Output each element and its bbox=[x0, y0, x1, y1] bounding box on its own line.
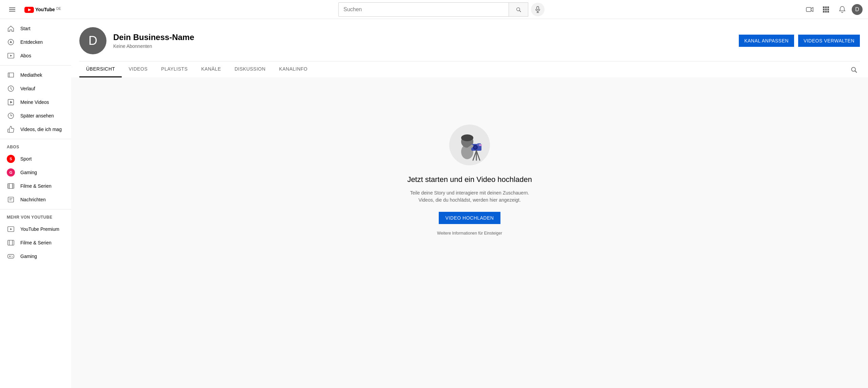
search-box bbox=[338, 2, 528, 17]
search-input[interactable] bbox=[339, 4, 509, 15]
svg-text:YouTube: YouTube bbox=[35, 7, 55, 12]
gaming-avatar: G bbox=[7, 168, 15, 177]
divider-2 bbox=[0, 139, 71, 139]
history-icon bbox=[7, 85, 15, 93]
notifications-button[interactable] bbox=[835, 3, 849, 16]
hamburger-icon bbox=[9, 7, 15, 12]
upload-video-button[interactable]: VIDEO HOCHLADEN bbox=[439, 212, 501, 224]
topnav-left: YouTube DE bbox=[5, 3, 80, 16]
sidebar-item-gaming-mehr[interactable]: Gaming bbox=[0, 250, 71, 263]
sidebar-item-meine-videos[interactable]: Meine Videos bbox=[0, 95, 71, 109]
sidebar-label-videos-die-ich-mag: Videos, die ich mag bbox=[20, 127, 62, 132]
svg-rect-20 bbox=[825, 11, 827, 13]
sidebar-label-abos: Abos bbox=[20, 53, 31, 58]
manage-videos-button[interactable]: VIDEOS VERWALTEN bbox=[798, 35, 860, 47]
svg-rect-0 bbox=[9, 7, 15, 8]
my-videos-icon bbox=[7, 98, 15, 106]
tab-diskussion[interactable]: DISKUSSION bbox=[228, 61, 272, 77]
sidebar-label-start: Start bbox=[20, 26, 31, 31]
sidebar: Start Entdecken Abos Mediathek bbox=[0, 19, 71, 388]
content-area: Jetzt starten und ein Video hochladen Te… bbox=[71, 77, 868, 281]
svg-rect-44 bbox=[8, 240, 14, 245]
channel-tabs: ÜBERSICHT VIDEOS PLAYLISTS KANÄLE DISKUS… bbox=[79, 61, 860, 77]
svg-point-50 bbox=[12, 256, 12, 256]
svg-rect-21 bbox=[827, 11, 829, 13]
apps-button[interactable] bbox=[819, 3, 833, 16]
sidebar-label-entdecken: Entdecken bbox=[20, 39, 43, 45]
svg-rect-65 bbox=[479, 144, 482, 146]
tab-kanalinfo[interactable]: KANALINFO bbox=[272, 61, 314, 77]
svg-rect-47 bbox=[8, 255, 14, 258]
svg-rect-17 bbox=[825, 8, 827, 10]
topnav-center bbox=[80, 2, 803, 17]
liked-icon bbox=[7, 125, 15, 133]
tab-videos[interactable]: VIDEOS bbox=[122, 61, 154, 77]
sidebar-label-filme-serien: Filme & Serien bbox=[20, 183, 52, 189]
svg-marker-23 bbox=[10, 41, 12, 43]
hamburger-menu[interactable] bbox=[5, 3, 19, 16]
sidebar-item-mediathek[interactable]: Mediathek bbox=[0, 68, 71, 82]
sidebar-item-nachrichten[interactable]: Nachrichten bbox=[0, 193, 71, 206]
empty-state-description: Teile deine Story und interagiere mit de… bbox=[402, 189, 537, 204]
sidebar-section-abos: ABOS bbox=[0, 142, 71, 152]
sidebar-label-spaeter-ansehen: Später ansehen bbox=[20, 113, 54, 118]
sidebar-item-spaeter-ansehen[interactable]: Später ansehen bbox=[0, 109, 71, 123]
sidebar-item-sport[interactable]: S Sport bbox=[0, 152, 71, 166]
sidebar-item-start[interactable]: Start bbox=[0, 22, 71, 35]
beginner-info-link[interactable]: Weitere Informationen für Einsteiger bbox=[437, 231, 502, 236]
country-code: DE bbox=[56, 7, 61, 11]
empty-state-illustration bbox=[448, 123, 492, 167]
youtube-logo[interactable]: YouTube DE bbox=[24, 6, 61, 13]
youtube-logo-icon: YouTube bbox=[24, 6, 55, 13]
svg-rect-8 bbox=[537, 6, 539, 10]
svg-rect-19 bbox=[823, 11, 825, 13]
watch-later-icon bbox=[7, 112, 15, 120]
svg-rect-15 bbox=[827, 6, 829, 8]
sidebar-label-gaming: Gaming bbox=[20, 170, 37, 175]
compass-icon bbox=[7, 38, 15, 46]
svg-marker-25 bbox=[10, 55, 12, 57]
mic-icon bbox=[535, 6, 540, 13]
sidebar-label-filme-serien-mehr: Filme & Serien bbox=[20, 240, 52, 245]
sidebar-section-mehr: MEHR VON YOUTUBE bbox=[0, 212, 71, 222]
camera-icon bbox=[806, 7, 813, 12]
sidebar-item-videos-die-ich-mag[interactable]: Videos, die ich mag bbox=[0, 123, 71, 136]
sidebar-item-gaming[interactable]: G Gaming bbox=[0, 166, 71, 179]
sidebar-item-abos[interactable]: Abos bbox=[0, 49, 71, 62]
empty-state: Jetzt starten und ein Video hochladen Te… bbox=[402, 123, 537, 236]
tab-kanaele[interactable]: KANÄLE bbox=[194, 61, 228, 77]
video-create-button[interactable] bbox=[803, 3, 816, 16]
yt-premium-icon bbox=[7, 225, 15, 233]
divider-3 bbox=[0, 209, 71, 209]
sidebar-item-filme-serien-mehr[interactable]: Filme & Serien bbox=[0, 236, 71, 250]
sidebar-item-yt-premium[interactable]: YouTube Premium bbox=[0, 222, 71, 236]
search-icon bbox=[516, 7, 521, 12]
mic-button[interactable] bbox=[531, 3, 545, 16]
tab-uebersicht[interactable]: ÜBERSICHT bbox=[79, 61, 122, 77]
svg-point-60 bbox=[474, 146, 477, 149]
svg-rect-32 bbox=[8, 184, 14, 189]
search-button[interactable] bbox=[509, 3, 528, 16]
svg-rect-13 bbox=[823, 6, 825, 8]
svg-rect-26 bbox=[8, 73, 14, 77]
home-icon bbox=[7, 24, 15, 33]
topnav: YouTube DE bbox=[0, 0, 868, 19]
library-icon bbox=[7, 71, 15, 79]
filme-mehr-icon bbox=[7, 239, 15, 247]
sidebar-item-filme-serien[interactable]: Filme & Serien bbox=[0, 179, 71, 193]
main-content: D Dein Business-Name Keine Abonnenten KA… bbox=[71, 19, 868, 388]
gaming-mehr-icon bbox=[7, 252, 15, 260]
svg-rect-14 bbox=[825, 6, 827, 8]
channel-text: Dein Business-Name Keine Abonnenten bbox=[113, 33, 732, 49]
tab-search-button[interactable] bbox=[848, 63, 860, 76]
sidebar-item-entdecken[interactable]: Entdecken bbox=[0, 35, 71, 49]
user-avatar-button[interactable]: D bbox=[852, 4, 863, 15]
svg-point-57 bbox=[461, 134, 473, 141]
customize-channel-button[interactable]: KANAL ANPASSEN bbox=[739, 35, 794, 47]
sidebar-label-meine-videos: Meine Videos bbox=[20, 99, 49, 105]
svg-line-53 bbox=[855, 71, 857, 72]
channel-header: D Dein Business-Name Keine Abonnenten KA… bbox=[71, 19, 868, 77]
channel-info: D Dein Business-Name Keine Abonnenten KA… bbox=[79, 27, 860, 54]
tab-playlists[interactable]: PLAYLISTS bbox=[154, 61, 194, 77]
sidebar-item-verlauf[interactable]: Verlauf bbox=[0, 82, 71, 95]
